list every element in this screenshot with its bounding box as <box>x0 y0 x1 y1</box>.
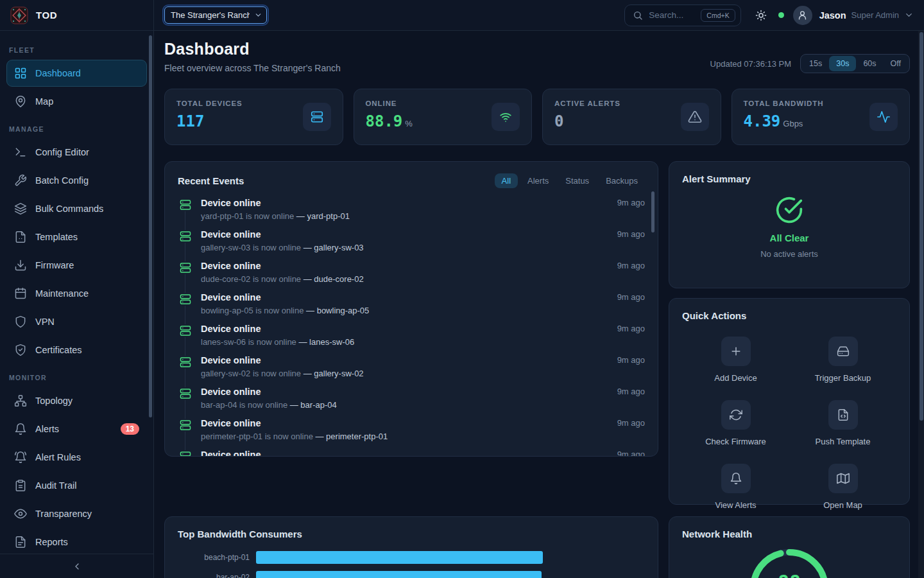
sidebar-item-audit-trail[interactable]: Audit Trail <box>6 472 147 499</box>
sidebar-item-reports[interactable]: Reports <box>6 529 147 556</box>
event-title: Device online <box>201 198 608 208</box>
event-row: Device onlineperimeter-ptp-01 is now onl… <box>178 418 645 441</box>
events-tab-all[interactable]: All <box>495 173 518 188</box>
event-time: 9m ago <box>617 229 645 252</box>
events-tab-status[interactable]: Status <box>558 173 596 188</box>
sidebar-item-bulk-commands[interactable]: Bulk Commands <box>6 195 147 222</box>
network-health-panel: Network Health 88 <box>669 516 910 578</box>
user-menu-button[interactable] <box>904 10 914 20</box>
refresh-option-15s[interactable]: 15s <box>802 56 829 71</box>
events-filter-tabs: AllAlertsStatusBackups <box>495 173 645 188</box>
topbar-right: Cmd+K Jason Super Admin <box>624 4 924 26</box>
check-circle-icon <box>775 196 803 224</box>
events-tab-backups[interactable]: Backups <box>599 173 645 188</box>
theme-toggle-button[interactable] <box>753 7 769 24</box>
alert-triangle-icon <box>688 110 702 124</box>
sidebar-nav: FLEETDashboardMapMANAGEConfig EditorBatc… <box>6 36 147 556</box>
alert-detail-text: No active alerts <box>760 249 818 259</box>
search-box[interactable]: Cmd+K <box>624 4 740 26</box>
quick-action-label: View Alerts <box>715 500 756 510</box>
quick-action-icon-button[interactable] <box>828 400 858 430</box>
event-row: Device onlinegallery-sw-03 is now online… <box>178 229 645 252</box>
quick-action-icon-button[interactable] <box>721 400 751 430</box>
events-tab-alerts[interactable]: Alerts <box>520 173 556 188</box>
alert-summary-panel: Alert Summary All Clear No active alerts <box>669 161 910 288</box>
download-icon <box>14 259 27 272</box>
quick-action-icon-button[interactable] <box>721 464 751 493</box>
sidebar-item-label: Maintenance <box>35 288 89 299</box>
sidebar-item-batch-config[interactable]: Batch Config <box>6 167 147 194</box>
sidebar-item-label: Config Editor <box>35 147 89 157</box>
stat-label: TOTAL BANDWIDTH <box>744 100 824 107</box>
recent-events-panel: Recent Events AllAlertsStatusBackups Dev… <box>164 161 658 457</box>
event-row: Device onlinegallery-sw-02 is now online… <box>178 355 645 378</box>
event-time: 9m ago <box>617 292 645 315</box>
event-title: Device online <box>201 355 608 365</box>
stat-value: 117 <box>176 112 243 130</box>
main-content: Dashboard Fleet overview across The Stra… <box>154 31 924 578</box>
sidebar-item-transparency[interactable]: Transparency <box>6 500 147 527</box>
sidebar-item-templates[interactable]: Templates <box>6 223 147 250</box>
quick-action-trigger-backup[interactable]: Trigger Backup <box>789 337 896 383</box>
search-shortcut-hint: Cmd+K <box>701 9 735 22</box>
refresh-option-off[interactable]: Off <box>884 56 908 71</box>
sidebar-item-alert-rules[interactable]: Alert Rules <box>6 444 147 471</box>
sidebar-item-label: Transparency <box>35 509 92 519</box>
terminal-icon <box>14 146 27 159</box>
sidebar-item-label: Alerts <box>35 424 59 434</box>
refresh-option-30s[interactable]: 30s <box>829 56 856 71</box>
quick-action-icon-button[interactable] <box>828 464 858 493</box>
refresh-option-60s[interactable]: 60s <box>856 56 883 71</box>
page-header: Dashboard Fleet overview across The Stra… <box>164 40 910 73</box>
quick-action-open-map[interactable]: Open Map <box>789 464 896 510</box>
shield-icon <box>14 315 27 328</box>
event-subtitle: gallery-sw-02 is now online — gallery-sw… <box>201 369 608 378</box>
sidebar-item-label: Reports <box>35 537 68 547</box>
event-title: Device online <box>201 387 608 397</box>
sidebar-collapse-button[interactable] <box>0 554 153 578</box>
stat-unit: Gbps <box>783 119 803 128</box>
wrench-icon <box>14 174 27 187</box>
event-row: Device onlinebowling-ap-05 is now online… <box>178 292 645 315</box>
bell-icon <box>730 472 742 485</box>
sidebar-item-label: Audit Trail <box>35 480 76 491</box>
bandwidth-bar-row: beach-ptp-01 <box>178 551 645 564</box>
quick-action-add-device[interactable]: Add Device <box>682 337 789 383</box>
recent-events-title: Recent Events <box>178 175 244 186</box>
sidebar-item-certificates[interactable]: Certificates <box>6 337 147 363</box>
event-time: 9m ago <box>617 355 645 378</box>
event-row: Device onlineyard-ptp-01 is now online —… <box>178 198 645 221</box>
sidebar-item-maintenance[interactable]: Maintenance <box>6 280 147 307</box>
sidebar-item-dashboard[interactable]: Dashboard <box>6 60 147 87</box>
sidebar-item-alerts[interactable]: Alerts13 <box>6 416 147 442</box>
server-icon <box>179 198 192 211</box>
user-icon <box>797 10 808 21</box>
main-scrollbar[interactable] <box>920 32 923 421</box>
sidebar-item-vpn[interactable]: VPN <box>6 308 147 335</box>
chevron-down-icon <box>904 10 914 20</box>
quick-action-icon-button[interactable] <box>828 337 858 366</box>
sidebar-item-topology[interactable]: Topology <box>6 387 147 414</box>
search-input[interactable] <box>649 10 695 20</box>
event-subtitle: lanes-sw-06 is now online — lanes-sw-06 <box>201 337 608 347</box>
sidebar-item-firmware[interactable]: Firmware <box>6 252 147 279</box>
stat-icon-well <box>869 103 898 131</box>
network-icon <box>14 394 27 407</box>
sidebar-item-map[interactable]: Map <box>6 88 147 115</box>
quick-action-view-alerts[interactable]: View Alerts <box>682 464 789 510</box>
refresh-icon <box>730 408 742 421</box>
quick-action-push-template[interactable]: Push Template <box>789 400 896 446</box>
quick-action-icon-button[interactable] <box>721 337 751 366</box>
event-time: 9m ago <box>617 198 645 221</box>
quick-action-check-firmware[interactable]: Check Firmware <box>682 400 789 446</box>
sidebar-item-label: Firmware <box>35 260 74 270</box>
activity-icon <box>877 110 891 124</box>
site-selector[interactable]: The Stranger's Ranch <box>164 6 267 24</box>
stat-label: ONLINE <box>366 100 413 107</box>
event-title: Device online <box>201 261 608 271</box>
avatar[interactable] <box>793 6 812 25</box>
sidebar-item-config-editor[interactable]: Config Editor <box>6 139 147 166</box>
events-scrollbar[interactable] <box>651 191 654 232</box>
updated-timestamp: Updated 07:36:13 PM <box>710 59 791 69</box>
sidebar-scrollbar[interactable] <box>149 35 152 417</box>
